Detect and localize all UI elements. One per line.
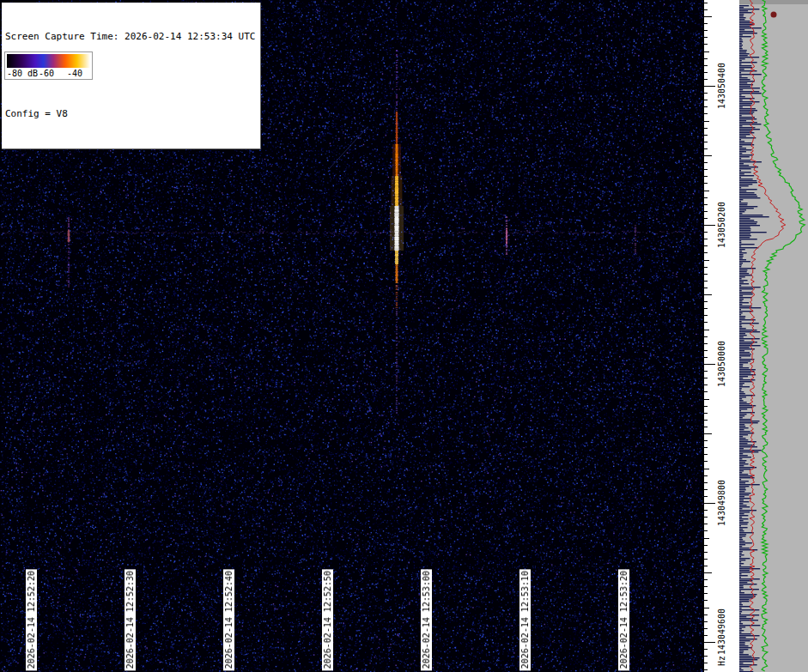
ruler-tick [704,301,708,302]
ruler-tick [704,23,708,24]
ruler-tick [704,649,708,650]
ruler-tick [704,440,708,441]
ruler-tick [704,406,708,407]
ruler-tick [704,16,712,17]
ruler-tick [704,336,708,337]
ruler-tick [704,475,708,476]
ruler-tick [704,281,708,282]
ruler-tick [704,343,708,344]
ruler-tick [704,3,708,3]
ruler-tick [704,635,708,636]
ruler-tick [704,162,708,163]
ruler-tick [704,517,708,518]
ruler-tick [704,44,708,45]
ruler-tick [704,469,709,469]
ruler-tick [704,420,708,421]
ruler-tick [704,357,708,358]
ruler-tick [704,148,708,149]
ruler-tick [704,552,708,553]
colorbar-mid-label: -60 [39,69,54,78]
ruler-tick [704,142,708,142]
ruler-tick [704,260,709,261]
freq-axis-unit: Hz [717,656,726,666]
capture-time-text: Screen Capture Time: 2026-02-14 12:53:34… [5,30,255,43]
spectrum-panel [739,0,808,672]
ruler-tick [704,663,708,663]
ruler-tick [704,155,712,156]
ruler-tick [704,274,708,275]
ruler-tick [704,93,708,94]
freq-axis-label: 143049600 [717,608,726,655]
ruler-tick [704,669,708,670]
ruler-tick [704,454,708,455]
ruler-tick [704,399,709,400]
ruler-tick [704,628,708,629]
time-axis-label: 2026-02-14 12:53:20 [618,569,629,670]
ruler-tick [704,51,709,52]
ruler-tick [704,135,708,136]
colorbar-gradient [7,54,90,68]
ruler-tick [704,427,708,427]
ruler-tick [704,315,708,316]
ruler-tick [704,461,708,462]
ruler-tick [704,621,708,622]
ruler-tick [704,391,708,392]
ruler-tick [704,128,708,129]
ruler-tick [704,350,708,351]
freq-axis-label: 143050000 [717,341,726,387]
ruler-tick [704,378,708,378]
ruler-tick [704,288,708,288]
colorbar-min-label: -80 dB [7,69,38,78]
ruler-tick [704,642,715,643]
ruler-tick [704,566,708,566]
ruler-tick [704,656,708,657]
ruler-tick [704,86,715,87]
ruler-tick [704,121,709,122]
ruler-tick [704,58,708,59]
ruler-tick [704,593,708,594]
ruler-tick [704,545,708,546]
time-axis-label: 2026-02-14 12:52:30 [125,569,136,670]
ruler-tick [704,572,712,573]
ruler-tick [704,322,708,323]
ruler-tick [704,608,709,608]
ruler-tick [704,503,715,504]
ruler-tick [704,79,708,80]
ruler-tick [704,600,708,601]
time-axis-label: 2026-02-14 12:52:20 [26,569,37,670]
ruler-tick [704,239,708,239]
ruler-tick [704,510,708,511]
ruler-tick [704,384,708,385]
ruler-tick [704,245,708,246]
ruler-tick [704,106,708,107]
ruler-tick [704,496,708,497]
ruler-tick [704,433,712,434]
ruler-tick [704,65,708,66]
ruler-tick [704,252,708,253]
ruler-tick [704,371,708,372]
ruler-tick [704,530,708,531]
ruler-tick [704,30,708,31]
ruler-tick [704,197,708,198]
frequency-ruler: 143050400 143050200 143050000 143049800 … [703,0,739,672]
ruler-tick [704,447,708,448]
ruler-tick [704,489,708,490]
ruler-tick [704,113,708,114]
freq-axis-label: 143050200 [717,202,726,248]
ruler-tick [704,364,715,365]
ruler-tick [704,413,708,414]
ruler-tick [704,183,708,184]
freq-axis-label: 143049800 [717,480,726,526]
ruler-tick [704,9,708,10]
ruler-tick [704,308,708,309]
ruler-tick [704,482,708,483]
ruler-tick [704,72,708,73]
ruler-tick [704,267,708,268]
ruler-tick [704,579,708,580]
ruler-tick [704,232,708,233]
freq-axis-label: 143050400 [717,63,726,109]
time-axis-label: 2026-02-14 12:53:00 [421,569,432,670]
ruler-tick [704,37,708,38]
time-axis-label: 2026-02-14 12:52:40 [223,569,234,670]
ruler-tick [704,225,715,226]
